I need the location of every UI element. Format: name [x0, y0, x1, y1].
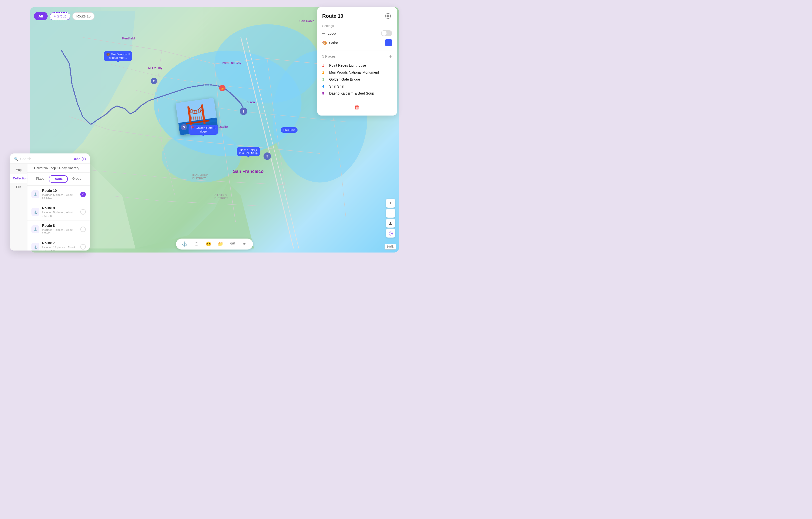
route-name-9: Route 9: [42, 206, 80, 210]
left-nav: Map Collection File: [10, 164, 27, 250]
filter-bar: All + Group Route 10: [34, 12, 94, 20]
svg-text:2: 2: [153, 80, 155, 83]
route-info-8: Route 8 Included 4 places，About 275.05km: [42, 224, 80, 235]
inner-tabs: Place Route Group: [27, 173, 90, 186]
route-icon-10: ⚓: [31, 190, 39, 198]
map-toolbar: ⚓ ⬡ 😊 📁 🗺 ✒: [176, 239, 253, 249]
add-place-button[interactable]: +: [389, 54, 392, 59]
route-list-item-7[interactable]: ⚓ Route 7 Included 14 places，About 1040.…: [27, 238, 90, 250]
route-list-item-10[interactable]: ⚓ Route 10 Included 5 places，About 99.94…: [27, 186, 90, 203]
tooltip-daeho: Daeho Kalbijjim & Beef Soup: [237, 147, 260, 156]
loop-setting-row: ↩ Loop: [322, 30, 392, 36]
place-name-4: Shin Shin: [329, 84, 344, 88]
route-panel-header: Route 10: [322, 12, 392, 20]
route-check-9[interactable]: [80, 209, 86, 215]
add-button[interactable]: Add (1): [74, 157, 86, 161]
route-sub-9: Included 5 places，About 133.1km: [42, 211, 80, 217]
route-info-9: Route 9 Included 5 places，About 133.1km: [42, 206, 80, 217]
route-name-10: Route 10: [42, 189, 80, 193]
place-item-5: 5 Daeho Kalbijjim & Beef Soup: [322, 90, 392, 97]
shape-toolbar-icon[interactable]: ⬡: [193, 241, 200, 248]
places-section: 5 Places + 1 Point Reyes Lighthouse 2 Mu…: [322, 50, 392, 111]
svg-text:🚁: 🚁: [221, 86, 225, 90]
emoji-toolbar-icon[interactable]: 😊: [205, 241, 212, 248]
places-header: 5 Places +: [322, 54, 392, 59]
zoom-out-button[interactable]: −: [386, 209, 395, 218]
place-name-2: Muir Woods National Monument: [329, 71, 379, 74]
breadcrumb-back-icon[interactable]: ‹: [31, 166, 32, 170]
place-item-1: 1 Point Reyes Lighthouse: [322, 62, 392, 69]
tab-route[interactable]: Route: [49, 175, 68, 183]
route-toolbar-icon[interactable]: ⚓: [181, 241, 188, 248]
tooltip-shin-shin: Shin Shin: [281, 127, 297, 133]
map-toolbar-icon[interactable]: 🗺: [229, 241, 236, 248]
breadcrumb-text: California Loop 14-day itinerary: [34, 166, 79, 170]
svg-point-26: [387, 15, 389, 17]
tooltip-golden-gate: 🚩 Golden Gate Bridge: [188, 125, 218, 135]
tab-group[interactable]: Group: [68, 175, 86, 183]
panel-body: Map Collection File ‹ California Loop 14…: [10, 164, 90, 250]
left-nav-file[interactable]: File: [10, 183, 27, 191]
search-panel: 🔍 Search Add (1) Map Collection File ‹ C…: [10, 154, 90, 250]
search-icon: 🔍: [14, 157, 18, 161]
route-sub-8: Included 4 places，About 275.05km: [42, 228, 80, 235]
panel-right-content: ‹ California Loop 14-day itinerary Place…: [27, 164, 90, 250]
map-controls: + − ▲ ◎: [386, 199, 395, 238]
route-list-item-8[interactable]: ⚓ Route 8 Included 4 places，About 275.05…: [27, 221, 90, 238]
folder-toolbar-icon[interactable]: 📁: [217, 241, 224, 248]
svg-text:3: 3: [243, 110, 244, 113]
place-num-5: 5: [322, 91, 326, 95]
left-nav-collection[interactable]: Collection: [10, 174, 27, 183]
place-num-4: 4: [322, 85, 326, 88]
settings-icon[interactable]: [384, 12, 392, 20]
route-sub-10: Included 5 places，About 99.94km: [42, 193, 80, 200]
place-num-1: 1: [322, 64, 326, 67]
route-check-7[interactable]: [80, 244, 86, 249]
svg-text:5: 5: [266, 155, 268, 158]
route-icon-9: ⚓: [31, 208, 39, 216]
route-check-8[interactable]: [80, 226, 86, 232]
north-button[interactable]: ▲: [386, 219, 395, 227]
zoom-in-button[interactable]: +: [386, 199, 395, 208]
route-info-10: Route 10 Included 5 places，About 99.94km: [42, 189, 80, 200]
route-name-7: Route 7: [42, 241, 80, 245]
place-num-3: 3: [322, 78, 326, 81]
svg-point-2: [162, 130, 241, 183]
location-button[interactable]: ◎: [386, 228, 395, 238]
route-list: ⚓ Route 10 Included 5 places，About 99.94…: [27, 186, 90, 250]
route-panel-title: Route 10: [322, 13, 343, 19]
search-placeholder-text: Search: [20, 157, 31, 161]
delete-route-button[interactable]: 🗑: [354, 104, 360, 111]
route-sub-7: Included 14 places，About 1040.84km: [42, 246, 80, 250]
color-swatch[interactable]: [385, 39, 392, 46]
route-icon-8: ⚓: [31, 225, 39, 233]
route-list-item-9[interactable]: ⚓ Route 9 Included 5 places，About 133.1k…: [27, 203, 90, 221]
route-info-7: Route 7 Included 14 places，About 1040.84…: [42, 241, 80, 250]
search-input-wrapper: 🔍 Search: [14, 157, 31, 161]
place-item-4: 4 Shin Shin: [322, 83, 392, 90]
place-name-1: Point Reyes Lighthouse: [329, 63, 366, 67]
loop-toggle[interactable]: [381, 30, 392, 36]
route-panel: Route 10 Settings ↩ Loop 🎨 Color: [317, 7, 397, 115]
route10-filter-button[interactable]: Route 10: [72, 12, 94, 20]
place-name-5: Daeho Kalbijjim & Beef Soup: [329, 91, 374, 95]
places-count: 5 Places: [322, 54, 336, 58]
loop-icon: ↩: [322, 31, 325, 36]
loop-label: Loop: [327, 31, 336, 35]
color-icon: 🎨: [322, 40, 327, 45]
pen-toolbar-icon[interactable]: ✒: [241, 241, 248, 248]
left-nav-map[interactable]: Map: [10, 166, 27, 174]
color-setting-left: 🎨 Color: [322, 40, 338, 45]
settings-label: Settings: [322, 24, 392, 28]
place-item-2: 2 Muir Woods National Monument: [322, 69, 392, 76]
all-button[interactable]: All: [34, 12, 48, 20]
route-name-8: Route 8: [42, 224, 80, 227]
add-group-button[interactable]: + Group: [50, 12, 70, 20]
scale-indicator: 3公里: [384, 244, 396, 249]
tab-place[interactable]: Place: [31, 175, 49, 183]
settings-section: Settings ↩ Loop 🎨 Color: [322, 24, 392, 46]
route-check-10[interactable]: ✓: [80, 192, 86, 197]
tooltip-muir-woods: 🐻 Muir Woods National Mon...: [104, 51, 132, 61]
color-setting-row: 🎨 Color: [322, 39, 392, 46]
route-icon-7: ⚓: [31, 243, 39, 251]
